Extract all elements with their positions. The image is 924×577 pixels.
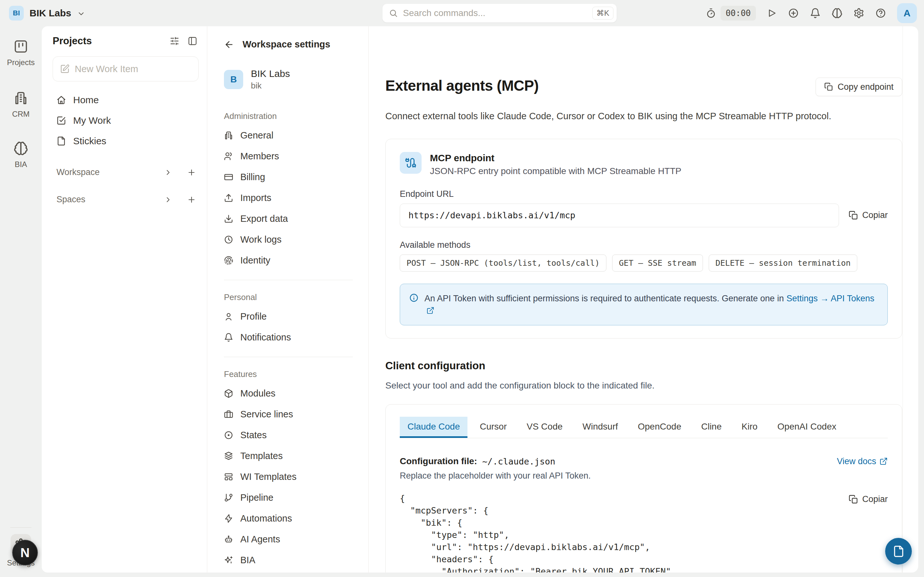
mcp-card-subtitle: JSON-RPC entry point compatible with MCP… <box>430 166 682 176</box>
help-icon[interactable] <box>875 8 886 19</box>
plus-icon[interactable] <box>187 195 196 204</box>
settings-item-profile[interactable]: Profile <box>224 306 360 327</box>
main-content: External agents (MCP) Copy endpoint Conn… <box>368 26 918 572</box>
tab-claude-code[interactable]: Claude Code <box>400 417 467 438</box>
rail-item-projects[interactable]: Projects <box>0 39 42 67</box>
settings-item-notifications[interactable]: Notifications <box>224 327 360 348</box>
search-shortcut-badge: ⌘K <box>592 7 614 19</box>
floating-document-button[interactable] <box>885 538 912 564</box>
pencil-icon <box>60 64 69 74</box>
stopwatch-icon[interactable] <box>706 8 716 18</box>
gear-icon[interactable] <box>853 8 864 19</box>
circle-dot-icon <box>224 430 233 440</box>
api-tokens-link[interactable]: Settings → API Tokens <box>787 293 874 303</box>
user-avatar[interactable]: A <box>897 3 917 23</box>
users-icon <box>224 152 233 161</box>
settings-item-pipeline[interactable]: Pipeline <box>224 487 360 508</box>
settings-item-label: Service lines <box>240 409 293 420</box>
tab-windsurf[interactable]: Windsurf <box>575 417 626 438</box>
workspace-row-name: BIK Labs <box>251 68 290 79</box>
rail-item-bia[interactable]: BIA <box>0 141 42 169</box>
new-work-item-input[interactable]: New Work Item <box>53 56 199 81</box>
tab-kiro[interactable]: Kiro <box>734 417 765 438</box>
settings-item-label: Automations <box>240 513 292 524</box>
settings-item-wi-templates[interactable]: WI Templates <box>224 466 360 487</box>
copy-endpoint-button[interactable]: Copy endpoint <box>816 77 902 96</box>
timer-value[interactable]: 00:00 <box>720 6 756 21</box>
settings-item-automations[interactable]: Automations <box>224 508 360 529</box>
section-workspace[interactable]: Workspace <box>53 167 199 177</box>
settings-item-modules[interactable]: Modules <box>224 383 360 404</box>
tab-cursor[interactable]: Cursor <box>472 417 514 438</box>
section-label: Spaces <box>57 195 86 205</box>
method-badge-delete: DELETE — session termination <box>709 255 857 271</box>
nav-item-home[interactable]: Home <box>53 90 199 110</box>
settings-item-imports[interactable]: Imports <box>224 187 360 208</box>
back-arrow-icon[interactable] <box>224 39 234 50</box>
group-label-features: Features <box>224 369 360 379</box>
config-code[interactable]: { "mcpServers": { "bik": { "type": "http… <box>400 492 888 572</box>
divider <box>224 280 353 280</box>
settings-item-templates[interactable]: Templates <box>224 446 360 466</box>
settings-item-label: BIA <box>240 555 255 566</box>
settings-item-label: WI Templates <box>240 472 296 482</box>
tab-vs-code[interactable]: VS Code <box>519 417 570 438</box>
projects-panel-title: Projects <box>53 35 92 47</box>
copy-url-button[interactable]: Copiar <box>849 210 888 220</box>
tab-openai-codex[interactable]: OpenAI Codex <box>770 417 844 438</box>
settings-item-label: Pipeline <box>240 492 273 503</box>
play-icon[interactable] <box>767 8 777 18</box>
settings-item-service-lines[interactable]: Service lines <box>224 404 360 425</box>
nav-item-my-work[interactable]: My Work <box>53 110 199 131</box>
copy-icon <box>849 495 858 504</box>
view-docs-link[interactable]: View docs <box>837 456 888 466</box>
bell-icon[interactable] <box>810 8 821 19</box>
app-root: BI BIK Labs Search commands... ⌘K 00:00 <box>0 0 924 577</box>
copy-code-button[interactable]: Copiar <box>849 494 888 504</box>
method-badge-get: GET — SSE stream <box>612 255 703 271</box>
nav-item-stickies[interactable]: Stickies <box>53 131 199 151</box>
nextjs-dev-badge[interactable]: N <box>12 540 38 566</box>
plus-icon[interactable] <box>187 168 196 177</box>
rail-item-crm[interactable]: CRM <box>0 91 42 119</box>
workspace-row[interactable]: B BIK Labs bik <box>224 68 360 91</box>
settings-item-identity[interactable]: Identity <box>224 250 360 271</box>
bell-icon <box>224 333 233 342</box>
brain-icon[interactable] <box>832 8 843 19</box>
tab-cline[interactable]: Cline <box>693 417 729 438</box>
endpoint-url-input[interactable]: https://devapi.biklabs.ai/v1/mcp <box>400 203 839 227</box>
search-placeholder: Search commands... <box>403 8 587 18</box>
settings-item-billing[interactable]: Billing <box>224 167 360 187</box>
settings-item-general[interactable]: General <box>224 125 360 146</box>
nav-label: My Work <box>73 115 111 126</box>
layout-icon <box>224 472 233 482</box>
client-configuration-card: Claude Code Cursor VS Code Windsurf Open… <box>385 404 902 572</box>
search-input[interactable]: Search commands... ⌘K <box>383 4 617 23</box>
settings-item-states[interactable]: States <box>224 425 360 446</box>
external-link-icon <box>879 457 888 466</box>
panel-toggle-icon[interactable] <box>188 36 197 46</box>
top-bar: BI BIK Labs Search commands... ⌘K 00:00 <box>0 0 924 26</box>
filters-icon[interactable] <box>170 36 179 46</box>
settings-item-export-data[interactable]: Export data <box>224 208 360 229</box>
timer-group: 00:00 <box>706 6 756 21</box>
replace-note: Replace the placeholder with your real A… <box>400 471 888 481</box>
settings-item-label: Identity <box>240 255 270 266</box>
info-icon <box>409 293 419 303</box>
side-panels: Projects New Work Item <box>42 26 368 572</box>
workspace-switcher[interactable]: BI BIK Labs <box>9 0 86 26</box>
settings-item-work-logs[interactable]: Work logs <box>224 229 360 250</box>
config-file-label: Configuration file: <box>400 456 477 466</box>
scroll-gutter[interactable] <box>903 26 903 572</box>
chevron-right-icon[interactable] <box>164 168 172 177</box>
settings-item-bia[interactable]: BIA <box>224 550 360 571</box>
chevron-right-icon[interactable] <box>164 195 172 204</box>
tab-opencode[interactable]: OpenCode <box>630 417 689 438</box>
left-rail: Projects CRM BIA Settings <box>0 26 42 572</box>
building-icon <box>224 131 233 140</box>
new-work-item-placeholder: New Work Item <box>75 64 138 74</box>
section-spaces[interactable]: Spaces <box>53 195 199 205</box>
settings-item-members[interactable]: Members <box>224 146 360 167</box>
plus-circle-icon[interactable] <box>788 8 799 19</box>
settings-item-ai-agents[interactable]: AI Agents <box>224 529 360 550</box>
